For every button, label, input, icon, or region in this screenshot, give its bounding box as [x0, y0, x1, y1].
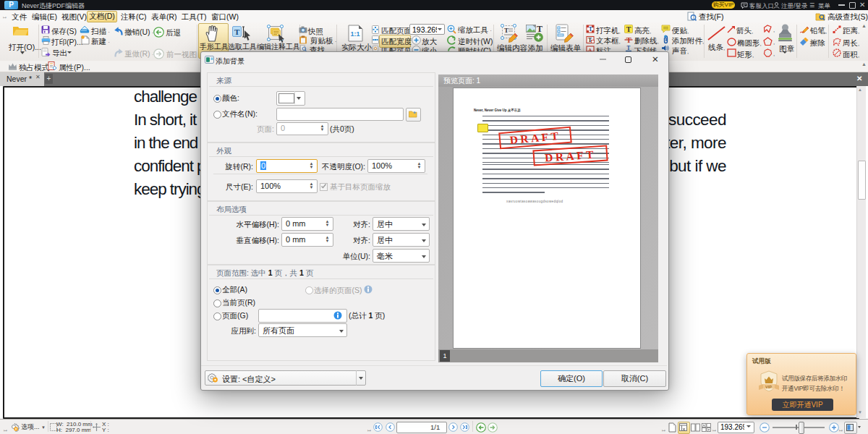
svg-text:T: T: [537, 25, 542, 34]
svg-text:T: T: [504, 27, 509, 34]
svg-text:1:1: 1:1: [351, 30, 360, 38]
svg-text:VIP: VIP: [765, 385, 772, 389]
svg-text:T: T: [589, 25, 593, 33]
svg-text:T: T: [234, 27, 240, 36]
svg-text:T: T: [626, 25, 631, 33]
svg-text:T: T: [626, 46, 630, 51]
